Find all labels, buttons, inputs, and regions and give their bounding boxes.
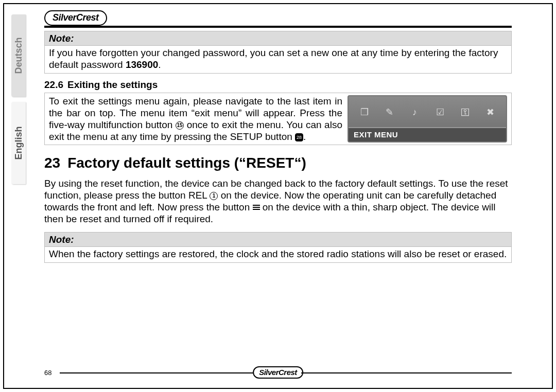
- exit-menu-label-bar: EXIT MENU: [349, 127, 506, 141]
- exit-menu-graphic: ❒ ✎ ♪ ☑ ⚿ ✖ EXIT MENU: [348, 95, 507, 143]
- note-text-post: .: [158, 59, 161, 70]
- chapter-23-heading: 23Factory default settings (“RESET“): [44, 154, 512, 172]
- exit-menu-label: EXIT MENU: [349, 128, 506, 141]
- exit-menu-icon-row: ❒ ✎ ♪ ☑ ⚿ ✖: [349, 96, 506, 127]
- section-title: Exiting the settings: [67, 79, 158, 90]
- close-icon: ✖: [483, 106, 498, 118]
- button-ref-15-icon: 15: [176, 121, 184, 130]
- lock-icon: ⚿: [458, 106, 473, 118]
- footer-logo-wrap: SilverCrest: [253, 366, 303, 379]
- brand-logo: SilverCrest: [44, 10, 107, 26]
- lang-tab-deutsch[interactable]: Deutsch: [11, 14, 26, 97]
- exit-settings-box: To exit the settings menu again, please …: [44, 93, 512, 146]
- note-title: Note:: [45, 31, 511, 46]
- chapter-title: Factory default settings (“RESET“): [67, 155, 306, 171]
- section-22-6-heading: 22.6Exiting the settings: [44, 79, 512, 91]
- lang-label-english: English: [13, 126, 24, 159]
- note-password-value: 136900: [126, 59, 158, 70]
- chapter-number: 23: [44, 155, 60, 171]
- header-rule: [44, 26, 512, 28]
- monitor-icon: ❒: [357, 106, 372, 118]
- note-text-pre: If you have forgotten your changed passw…: [49, 47, 498, 70]
- check-icon: ☑: [433, 106, 447, 118]
- exit-text-post: .: [303, 131, 306, 142]
- note-box-password: Note: If you have forgotten your changed…: [44, 31, 512, 74]
- page-number: 68: [44, 369, 51, 377]
- button-ref-28-icon: 28: [295, 133, 303, 141]
- header: SilverCrest: [44, 10, 512, 27]
- note-icon: ♪: [408, 106, 422, 118]
- language-tabs: Deutsch English: [11, 14, 33, 200]
- note2-body: When the factory settings are restored, …: [45, 247, 511, 262]
- note-box-reset: Note: When the factory settings are rest…: [44, 232, 512, 262]
- footer-brand-logo: SilverCrest: [253, 366, 303, 379]
- section-number: 22.6: [44, 79, 63, 90]
- footer-rule-left: [60, 372, 255, 373]
- content-area: Note: If you have forgotten your changed…: [44, 31, 512, 268]
- page-frame: Deutsch English SilverCrest Note: If you…: [3, 3, 553, 389]
- pen-icon: ✎: [383, 106, 397, 118]
- note2-title: Note:: [45, 233, 511, 247]
- lang-label-deutsch: Deutsch: [13, 37, 24, 74]
- footer: 68 SilverCrest: [44, 365, 512, 381]
- reset-slot-icon: [253, 205, 260, 211]
- chapter-23-paragraph: By using the reset function, the device …: [44, 177, 512, 225]
- button-ref-1-icon: 1: [210, 192, 218, 200]
- footer-rule-right: [301, 372, 512, 373]
- exit-settings-text: To exit the settings menu again, please …: [49, 95, 342, 143]
- note-body: If you have forgotten your changed passw…: [45, 46, 511, 73]
- lang-tab-english[interactable]: English: [11, 102, 26, 184]
